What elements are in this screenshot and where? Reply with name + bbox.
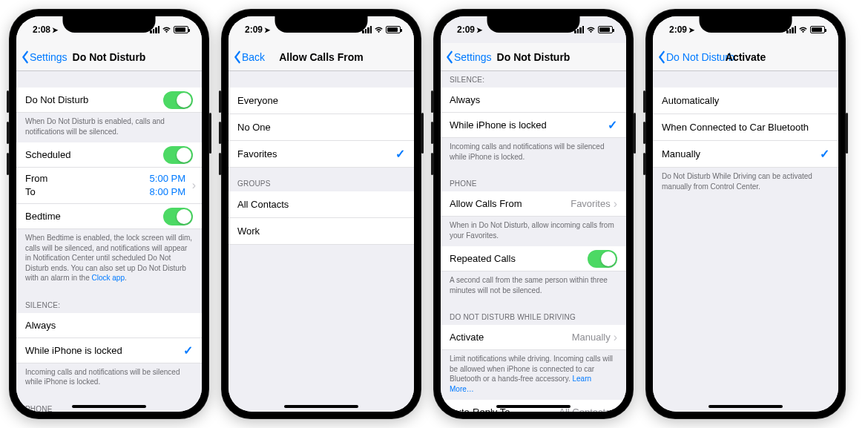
status-icons — [574, 26, 613, 33]
allow-calls-row[interactable]: Allow Calls From Favorites › — [441, 191, 626, 217]
section-header: SILENCE: — [16, 289, 202, 313]
notch — [63, 16, 156, 33]
footer-text: A second call from the same person withi… — [441, 271, 626, 301]
status-icons — [150, 26, 188, 33]
always-row[interactable]: Always — [441, 88, 626, 113]
phone-4: 2:09➤ Do Not Disturb Activate Automatica… — [645, 9, 846, 419]
status-icons — [786, 26, 825, 33]
chevron-right-icon: › — [614, 406, 617, 412]
back-button[interactable]: Settings — [445, 50, 492, 64]
phone-1: 2:08➤ Settings Do Not Disturb Do Not Dis… — [9, 9, 209, 419]
back-button[interactable]: Settings — [21, 50, 68, 64]
work-row[interactable]: Work — [228, 218, 414, 245]
status-time: 2:08➤ — [33, 24, 58, 35]
chevron-right-icon: › — [192, 179, 196, 192]
to-value: 8:00 PM — [150, 185, 185, 199]
screen: 2:09➤ Back Allow Calls From Everyone No … — [228, 16, 414, 412]
nav-bar: Do Not Disturb Activate — [653, 43, 838, 71]
noone-row[interactable]: No One — [228, 114, 414, 141]
switch-on-icon[interactable] — [163, 91, 193, 109]
screen: 2:08➤ Settings Do Not Disturb Do Not Dis… — [16, 16, 202, 412]
location-icon: ➤ — [264, 26, 270, 34]
section-header: GROUPS — [228, 168, 414, 191]
favorites-row[interactable]: Favorites ✓ — [228, 141, 414, 168]
switch-on-icon[interactable] — [588, 250, 617, 268]
wifi-icon — [374, 27, 384, 33]
status-time: 2:09➤ — [669, 24, 694, 35]
home-indicator[interactable] — [708, 405, 783, 408]
home-indicator[interactable] — [284, 405, 358, 408]
checkmark-icon: ✓ — [820, 147, 829, 161]
location-icon: ➤ — [476, 26, 482, 34]
scheduled-row[interactable]: Scheduled — [16, 142, 202, 168]
footer-text: Incoming calls and notifications will be… — [441, 138, 626, 168]
section-header: DO NOT DISTURB WHILE DRIVING — [441, 301, 626, 325]
chevron-left-icon — [21, 50, 30, 64]
everyone-row[interactable]: Everyone — [228, 88, 414, 114]
footer-text: Limit notifications while driving. Incom… — [441, 350, 626, 400]
nav-bar: Back Allow Calls From — [228, 43, 414, 71]
status-time: 2:09➤ — [457, 24, 482, 35]
while-locked-row[interactable]: While iPhone is locked ✓ — [441, 113, 626, 138]
location-icon: ➤ — [688, 26, 694, 34]
chevron-left-icon — [445, 50, 454, 64]
notch — [700, 16, 792, 33]
bedtime-row[interactable]: Bedtime — [16, 204, 202, 229]
footer-text: When in Do Not Disturb, allow incoming c… — [441, 217, 626, 246]
switch-on-icon[interactable] — [163, 146, 193, 164]
home-indicator[interactable] — [496, 405, 571, 408]
chevron-right-icon: › — [614, 197, 617, 211]
from-value: 5:00 PM — [150, 172, 185, 185]
checkmark-icon: ✓ — [183, 343, 193, 358]
battery-icon — [174, 26, 188, 33]
wifi-icon — [162, 27, 171, 33]
checkmark-icon: ✓ — [395, 147, 405, 161]
back-button[interactable]: Do Not Disturb — [657, 50, 734, 64]
switch-on-icon[interactable] — [163, 208, 193, 225]
car-bluetooth-row[interactable]: When Connected to Car Bluetooth — [653, 114, 838, 141]
repeated-calls-row[interactable]: Repeated Calls — [441, 246, 626, 271]
battery-icon — [386, 26, 401, 33]
checkmark-icon: ✓ — [608, 118, 617, 132]
wifi-icon — [798, 27, 808, 33]
home-indicator[interactable] — [72, 405, 146, 408]
footer-text: When Bedtime is enabled, the lock screen… — [16, 229, 202, 289]
automatically-row[interactable]: Automatically — [653, 88, 838, 114]
section-header: SILENCE: — [441, 71, 626, 88]
screen: 2:09➤ Do Not Disturb Activate Automatica… — [653, 16, 838, 412]
phone-2: 2:09➤ Back Allow Calls From Everyone No … — [221, 9, 421, 419]
clock-app-link[interactable]: Clock app — [92, 274, 125, 282]
phone-3: 2:09➤ Settings Do Not Disturb SILENCE: A… — [433, 9, 634, 419]
chevron-left-icon — [657, 50, 666, 64]
notch — [487, 16, 580, 33]
battery-icon — [810, 26, 825, 33]
footer-text: Do Not Disturb While Driving can be acti… — [653, 168, 838, 197]
status-time: 2:09➤ — [245, 24, 270, 35]
while-locked-row[interactable]: While iPhone is locked ✓ — [16, 338, 202, 363]
section-header: PHONE — [441, 168, 626, 191]
content[interactable]: Everyone No One Favorites ✓ GROUPS All C… — [228, 71, 414, 412]
back-button[interactable]: Back — [233, 50, 265, 64]
content[interactable]: Automatically When Connected to Car Blue… — [653, 71, 838, 412]
screen: 2:09➤ Settings Do Not Disturb SILENCE: A… — [441, 16, 626, 412]
battery-icon — [598, 26, 613, 33]
label: Do Not Disturb — [25, 94, 163, 105]
status-icons — [362, 26, 401, 33]
footer-text: When Do Not Disturb is enabled, calls an… — [16, 113, 202, 142]
wifi-icon — [586, 27, 596, 33]
manually-row[interactable]: Manually ✓ — [653, 141, 838, 168]
content[interactable]: SILENCE: Always While iPhone is locked ✓… — [441, 71, 626, 412]
all-contacts-row[interactable]: All Contacts — [228, 191, 414, 218]
dnd-toggle-row[interactable]: Do Not Disturb — [16, 88, 202, 113]
location-icon: ➤ — [52, 26, 58, 34]
nav-bar: Settings Do Not Disturb — [441, 43, 626, 71]
from-to-row[interactable]: From5:00 PM To8:00 PM › — [16, 168, 202, 204]
nav-bar: Settings Do Not Disturb — [16, 43, 202, 71]
always-row[interactable]: Always — [16, 313, 202, 338]
chevron-right-icon: › — [614, 331, 617, 344]
content[interactable]: Do Not Disturb When Do Not Disturb is en… — [16, 71, 202, 412]
notch — [275, 16, 368, 33]
section-header: PHONE — [16, 393, 202, 412]
footer-text: Incoming calls and notifications will be… — [16, 363, 202, 393]
activate-row[interactable]: Activate Manually › — [441, 325, 626, 350]
